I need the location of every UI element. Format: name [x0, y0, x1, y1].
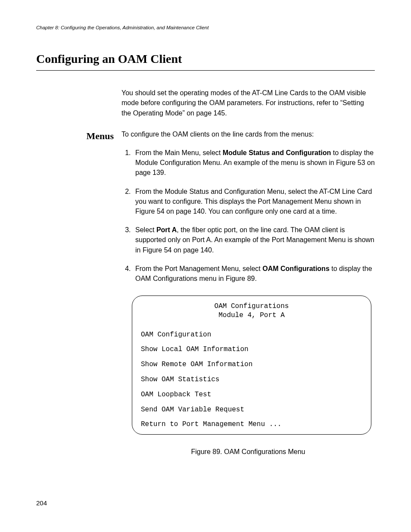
steps-list: From the Main Menu, select Module Status…: [121, 148, 375, 283]
menu-title-1: OAM Configurations: [141, 302, 362, 311]
step-text: From the Port Management Menu, select: [135, 265, 262, 272]
step-2: From the Module Status and Configuration…: [133, 187, 375, 217]
step-bold: OAM Configurations: [262, 265, 330, 272]
menus-intro: To configure the OAM clients on the line…: [121, 129, 375, 139]
menu-title-2: Module 4, Port A: [141, 311, 362, 320]
menu-item: Send OAM Variable Request: [141, 405, 362, 414]
menu-item: OAM Configuration: [141, 330, 362, 339]
step-text: From the Main Menu, select: [135, 149, 223, 156]
side-label-menus: Menus: [36, 129, 121, 294]
step-text: Select: [135, 226, 156, 233]
menu-item: Return to Port Management Menu ...: [141, 420, 362, 429]
step-bold: Port A: [156, 226, 177, 233]
menu-item: Show Remote OAM Information: [141, 360, 362, 369]
menu-item: Show Local OAM Information: [141, 345, 362, 354]
menu-item: Show OAM Statistics: [141, 375, 362, 384]
section-title: Configuring an OAM Client: [36, 50, 375, 71]
menu-item: OAM Loopback Test: [141, 390, 362, 399]
step-1: From the Main Menu, select Module Status…: [133, 148, 375, 178]
step-3: Select Port A, the fiber optic port, on …: [133, 225, 375, 255]
figure-caption: Figure 89. OAM Configurations Menu: [121, 447, 375, 457]
step-bold: Module Status and Configuration: [223, 149, 331, 156]
step-4: From the Port Management Menu, select OA…: [133, 264, 375, 283]
oam-menu-figure: OAM Configurations Module 4, Port A OAM …: [132, 296, 371, 435]
page-number: 204: [36, 498, 47, 508]
running-header: Chapter 8: Configuring the Operations, A…: [36, 24, 375, 31]
intro-paragraph: You should set the operating modes of th…: [121, 88, 375, 118]
